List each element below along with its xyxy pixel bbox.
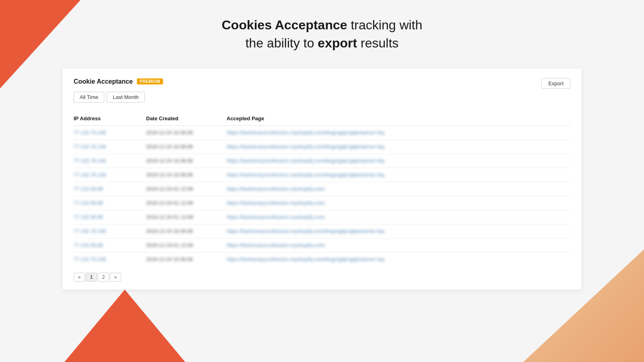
export-button[interactable]: Export xyxy=(541,78,570,89)
cell-ip: 77.132.76.148 xyxy=(74,224,146,238)
cell-date: 2019-12-24-01 12:08 xyxy=(146,196,227,210)
cell-url: https://fashionaryconfession.myshopify.c… xyxy=(227,224,570,238)
table-row: 77.132.56.882019-12-24-01 12:08https://f… xyxy=(74,238,570,252)
cookie-acceptance-card: Cookie Acceptance PREMIUM Export All Tim… xyxy=(62,68,582,290)
cell-ip: 77.132.56.88 xyxy=(74,238,146,252)
bg-shape-bottom-left xyxy=(64,290,185,362)
title-bold-2: export xyxy=(318,36,357,50)
data-table: IP Address Date Created Accepted Page 77… xyxy=(74,112,570,266)
table-row: 77.132.56.882019-12-24-01 12:08https://f… xyxy=(74,196,570,210)
cell-date: 2019-12-24 10:36:08 xyxy=(146,154,227,168)
cell-url: https://fashionaryconfession.myshopify.c… xyxy=(227,154,570,168)
cell-date: 2019-12-24-01 12:08 xyxy=(146,182,227,196)
table-row: 77.132.76.1482019-12-24 10:36:08https://… xyxy=(74,125,570,140)
title-suffix-2: results xyxy=(357,36,398,50)
cell-ip: 77.132.76.148 xyxy=(74,140,146,154)
table-header: IP Address Date Created Accepted Page xyxy=(74,112,570,126)
cell-url: https://fashionaryconfession.myshopify.c… xyxy=(227,182,570,196)
filter-bar: All Time Last Month xyxy=(74,92,570,103)
filter-last-month[interactable]: Last Month xyxy=(107,92,144,103)
card-header: Cookie Acceptance PREMIUM xyxy=(74,78,570,85)
pagination-page-1[interactable]: 1 xyxy=(86,273,97,282)
col-url: Accepted Page xyxy=(227,112,570,126)
table-row: 77.132.76.1482019-12-24 10:36:08https://… xyxy=(74,252,570,266)
col-date: Date Created xyxy=(146,112,227,126)
cell-url: https://fashionaryconfession.myshopify.c… xyxy=(227,168,570,182)
cell-ip: 77.132.76.148 xyxy=(74,154,146,168)
table-row: 77.132.76.1482019-12-24 10:36:08https://… xyxy=(74,154,570,168)
pagination: « 1 2 » xyxy=(74,273,570,282)
cell-date: 2019-12-24 10:36:08 xyxy=(146,224,227,238)
table-row: 77.132.76.1482019-12-24 10:36:08https://… xyxy=(74,224,570,238)
pagination-next[interactable]: » xyxy=(110,273,121,282)
cell-date: 2019-12-24-01 12:08 xyxy=(146,238,227,252)
cell-date: 2019-12-24 10:36:08 xyxy=(146,125,227,140)
cell-ip: 77.132.56.88 xyxy=(74,196,146,210)
title-suffix-1: tracking with xyxy=(347,18,423,32)
cell-url: https://fashionaryconfession.myshopify.c… xyxy=(227,252,570,266)
table-row: 77.132.56.882019-12-24-01 12:08https://f… xyxy=(74,210,570,224)
cell-url: https://fashionaryconfession.myshopify.c… xyxy=(227,196,570,210)
cell-date: 2019-12-24 10:36:08 xyxy=(146,140,227,154)
table-body: 77.132.76.1482019-12-24 10:36:08https://… xyxy=(74,125,570,266)
page-wrapper: Cookies Acceptance tracking with the abi… xyxy=(0,0,644,290)
cell-ip: 77.132.76.148 xyxy=(74,252,146,266)
page-title: Cookies Acceptance tracking with the abi… xyxy=(222,16,423,52)
pagination-prev[interactable]: « xyxy=(74,273,85,282)
cell-date: 2019-12-24 10:36:08 xyxy=(146,252,227,266)
title-bold-1: Cookies Acceptance xyxy=(222,18,347,32)
table-row: 77.132.76.1482019-12-24 10:36:08https://… xyxy=(74,168,570,182)
card-title: Cookie Acceptance xyxy=(74,78,133,85)
cell-ip: 77.132.76.148 xyxy=(74,125,146,140)
col-ip: IP Address xyxy=(74,112,146,126)
cell-date: 2019-12-24-01 12:08 xyxy=(146,210,227,224)
premium-badge: PREMIUM xyxy=(137,78,163,84)
title-prefix-2: the ability to xyxy=(246,36,318,50)
pagination-page-2[interactable]: 2 xyxy=(98,273,109,282)
cell-url: https://fashionaryconfession.myshopify.c… xyxy=(227,140,570,154)
cell-url: https://fashionaryconfession.myshopify.c… xyxy=(227,210,570,224)
cell-url: https://fashionaryconfession.myshopify.c… xyxy=(227,238,570,252)
cell-ip: 77.132.56.88 xyxy=(74,182,146,196)
table-row: 77.132.76.1482019-12-24 10:36:08https://… xyxy=(74,140,570,154)
cell-ip: 77.132.76.148 xyxy=(74,168,146,182)
cell-date: 2019-12-24 10:36:08 xyxy=(146,168,227,182)
cell-url: https://fashionaryconfession.myshopify.c… xyxy=(227,125,570,140)
table-row: 77.132.56.882019-12-24-01 12:08https://f… xyxy=(74,182,570,196)
cell-ip: 77.132.56.88 xyxy=(74,210,146,224)
filter-all-time[interactable]: All Time xyxy=(74,92,104,103)
